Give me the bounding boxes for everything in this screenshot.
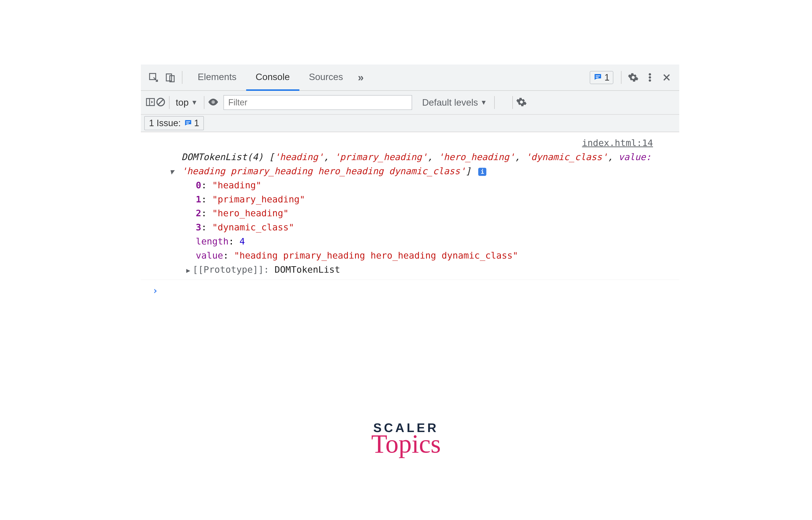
logo-bottom: Topics [371, 432, 441, 456]
sep: , [427, 152, 438, 162]
prop-line: value: "heading primary_heading hero_hea… [196, 249, 665, 263]
chat-icon [593, 73, 602, 82]
source-link[interactable]: index.html:14 [141, 134, 679, 150]
svg-line-11 [158, 100, 163, 105]
prop-value: "hero_heading" [212, 208, 289, 218]
svg-rect-13 [186, 122, 190, 122]
summary-item: 'primary_heading' [335, 152, 427, 162]
issues-count: 1 [605, 72, 610, 83]
summary-value-key: value: [618, 152, 651, 162]
prop-key: length [196, 236, 228, 246]
svg-rect-1 [166, 74, 172, 81]
console-settings-gear-icon[interactable] [516, 97, 527, 108]
log-properties: 0: "heading" 1: "primary_heading" 2: "he… [165, 178, 665, 263]
tab-console[interactable]: Console [246, 64, 299, 91]
issues-box[interactable]: 1 Issue: 1 [144, 116, 204, 130]
prop-key: 3 [196, 222, 201, 233]
tabs-overflow-icon[interactable]: » [353, 64, 369, 90]
chat-icon [184, 119, 192, 128]
prop-line: 3: "dynamic_class" [196, 220, 665, 234]
summary-item: 'dynamic_class' [526, 152, 607, 162]
svg-point-7 [649, 80, 651, 81]
proto-value: DOMTokenList [275, 264, 340, 275]
summary-value: 'heading primary_heading hero_heading dy… [181, 166, 466, 176]
prop-value: 4 [240, 236, 245, 246]
prop-value: "primary_heading" [212, 194, 305, 205]
prop-value: "dynamic_class" [212, 222, 294, 233]
console-log-entry: ▼ DOMTokenList(4) ['heading', 'primary_h… [141, 150, 679, 280]
issues-bar: 1 Issue: 1 [141, 115, 679, 132]
sep: , [324, 152, 335, 162]
settings-gear-icon[interactable] [625, 69, 642, 86]
prop-value: "heading" [212, 180, 261, 190]
summary-item: 'heading' [274, 152, 324, 162]
console-output: index.html:14 ▼ DOMTokenList(4) ['headin… [141, 132, 679, 301]
info-icon[interactable]: i [478, 168, 486, 176]
svg-point-5 [649, 73, 651, 75]
separator [182, 71, 183, 84]
clear-console-icon[interactable] [156, 97, 166, 108]
kebab-menu-icon[interactable] [642, 69, 658, 86]
devtools-panel: Elements Console Sources » 1 [141, 64, 679, 301]
svg-rect-4 [596, 77, 598, 78]
log-levels-selector[interactable]: Default levels ▼ [422, 97, 487, 108]
log-summary[interactable]: ▼ DOMTokenList(4) ['heading', 'primary_h… [165, 150, 665, 178]
expand-arrow-down-icon[interactable]: ▼ [169, 166, 174, 178]
prop-key: 1 [196, 194, 201, 205]
tabs-group: Elements Console Sources » [188, 64, 369, 90]
prompt-chevron-icon: › [152, 285, 158, 296]
prototype-line[interactable]: ▶[[Prototype]]: DOMTokenList [165, 263, 665, 277]
device-toggle-icon[interactable] [162, 69, 178, 86]
separator [169, 96, 169, 109]
svg-rect-8 [147, 99, 155, 105]
expand-arrow-right-icon[interactable]: ▶ [186, 266, 190, 274]
prop-key: value [196, 250, 223, 261]
prop-line: length: 4 [196, 234, 665, 249]
sep: , [515, 152, 526, 162]
prop-line: 0: "heading" [196, 178, 665, 192]
summary-prefix: DOMTokenList(4) [ [181, 152, 274, 162]
tab-sources[interactable]: Sources [299, 64, 353, 91]
sidebar-toggle-icon[interactable] [145, 97, 156, 108]
prop-key: 0 [196, 180, 201, 190]
chevron-down-icon: ▼ [191, 99, 198, 106]
live-expression-eye-icon[interactable] [208, 97, 219, 108]
svg-point-6 [649, 76, 651, 78]
prop-key: 2 [196, 208, 201, 218]
inspect-icon[interactable] [145, 69, 162, 86]
separator [204, 96, 204, 109]
svg-point-12 [212, 101, 214, 103]
prop-value: "heading primary_heading hero_heading dy… [234, 250, 518, 261]
sep: , [608, 152, 619, 162]
issues-count: 1 [194, 118, 199, 128]
log-levels-label: Default levels [422, 97, 478, 108]
devtools-tabbar: Elements Console Sources » 1 [141, 64, 679, 91]
proto-key: [[Prototype]] [193, 264, 263, 275]
context-selector[interactable]: top ▼ [176, 97, 198, 108]
summary-suffix: ] [466, 166, 471, 176]
svg-rect-14 [186, 123, 189, 124]
separator [621, 71, 621, 84]
prop-line: 1: "primary_heading" [196, 192, 665, 206]
tabbar-right: 1 [590, 69, 675, 86]
filter-input[interactable] [223, 95, 412, 110]
separator [494, 96, 495, 109]
close-icon[interactable] [658, 69, 675, 86]
context-label: top [176, 97, 189, 108]
console-toolbar: top ▼ Default levels ▼ [141, 91, 679, 115]
issues-label: 1 Issue: [149, 118, 181, 128]
scaler-topics-logo: SCALER Topics [371, 421, 441, 456]
chevron-down-icon: ▼ [480, 99, 487, 106]
tab-elements[interactable]: Elements [188, 64, 246, 91]
console-prompt[interactable]: › [141, 280, 679, 301]
separator [512, 96, 513, 109]
summary-item: 'hero_heading' [438, 152, 514, 162]
issues-badge[interactable]: 1 [590, 71, 613, 84]
prop-line: 2: "hero_heading" [196, 206, 665, 220]
svg-rect-3 [596, 76, 600, 76]
